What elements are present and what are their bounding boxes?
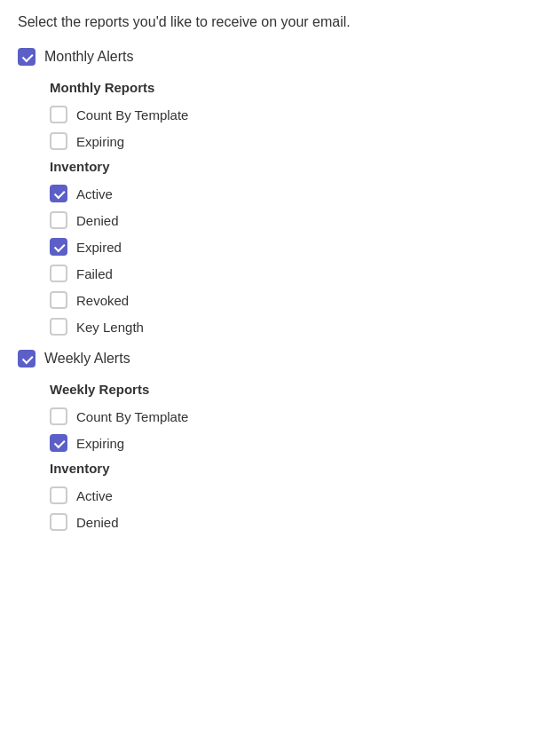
monthly-reports-title: Monthly Reports [50, 80, 542, 95]
monthly-count-by-template-checkbox[interactable] [50, 106, 67, 123]
monthly-failed-checkbox[interactable] [50, 265, 67, 282]
monthly-alerts-toggle[interactable]: Monthly Alerts [18, 48, 542, 66]
monthly-key-length-checkbox[interactable] [50, 318, 67, 336]
weekly-count-by-template-checkbox[interactable] [50, 407, 67, 425]
weekly-reports-section: Weekly Reports Count By Template Expirin… [50, 382, 542, 531]
monthly-revoked-item[interactable]: Revoked [50, 291, 542, 309]
weekly-alerts-checkbox[interactable] [18, 350, 35, 368]
weekly-denied-item[interactable]: Denied [50, 513, 542, 531]
weekly-alerts-toggle[interactable]: Weekly Alerts [18, 350, 542, 368]
monthly-reports-section: Monthly Reports Count By Template Expiri… [50, 80, 542, 336]
weekly-reports-title: Weekly Reports [50, 382, 542, 397]
monthly-denied-label: Denied [76, 213, 119, 228]
weekly-active-checkbox[interactable] [50, 486, 67, 504]
monthly-count-by-template-item[interactable]: Count By Template [50, 106, 542, 123]
monthly-expiring-label: Expiring [76, 134, 124, 149]
monthly-expired-checkbox[interactable] [50, 238, 67, 256]
monthly-failed-item[interactable]: Failed [50, 265, 542, 282]
monthly-denied-item[interactable]: Denied [50, 211, 542, 229]
monthly-expired-item[interactable]: Expired [50, 238, 542, 256]
weekly-count-by-template-item[interactable]: Count By Template [50, 407, 542, 425]
monthly-active-label: Active [76, 186, 113, 202]
weekly-expiring-checkbox[interactable] [50, 434, 67, 452]
monthly-expiring-checkbox[interactable] [50, 132, 67, 150]
monthly-revoked-checkbox[interactable] [50, 291, 67, 309]
weekly-inventory-title: Inventory [50, 461, 542, 476]
monthly-active-item[interactable]: Active [50, 185, 542, 202]
monthly-revoked-label: Revoked [76, 293, 129, 308]
weekly-denied-label: Denied [76, 515, 119, 530]
monthly-key-length-item[interactable]: Key Length [50, 318, 542, 336]
monthly-count-by-template-label: Count By Template [76, 107, 188, 123]
monthly-active-checkbox[interactable] [50, 185, 67, 202]
weekly-expiring-label: Expiring [76, 436, 124, 451]
weekly-active-label: Active [76, 488, 113, 503]
weekly-count-by-template-label: Count By Template [76, 409, 188, 424]
monthly-key-length-label: Key Length [76, 320, 144, 335]
monthly-failed-label: Failed [76, 266, 113, 281]
weekly-denied-checkbox[interactable] [50, 513, 67, 531]
weekly-active-item[interactable]: Active [50, 486, 542, 504]
weekly-alerts-label: Weekly Alerts [44, 351, 130, 367]
monthly-expired-label: Expired [76, 240, 122, 255]
monthly-denied-checkbox[interactable] [50, 211, 67, 229]
monthly-alerts-label: Monthly Alerts [44, 49, 133, 65]
monthly-inventory-title: Inventory [50, 159, 542, 174]
monthly-expiring-item[interactable]: Expiring [50, 132, 542, 150]
monthly-alerts-checkbox[interactable] [18, 48, 35, 66]
weekly-expiring-item[interactable]: Expiring [50, 434, 542, 452]
page-header: Select the reports you'd like to receive… [18, 14, 542, 30]
